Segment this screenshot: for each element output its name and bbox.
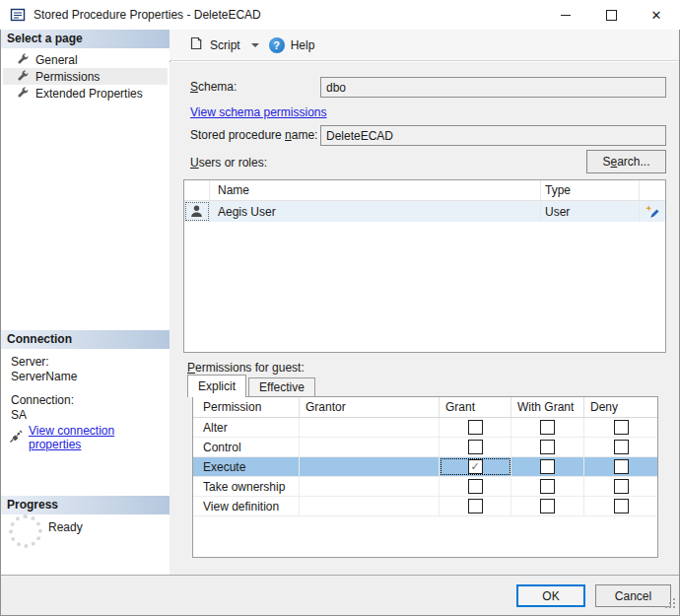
sidebar-item-permissions[interactable]: Permissions bbox=[3, 68, 168, 85]
permissions-tabs: Explicit Effective bbox=[187, 376, 317, 397]
progress-header: Progress bbox=[1, 496, 170, 514]
stored-procedure-name-label: Stored procedure name: bbox=[190, 128, 317, 142]
ok-button[interactable]: OK bbox=[516, 584, 585, 607]
deny-cell bbox=[584, 497, 657, 515]
toolbar: Script ? Help bbox=[170, 30, 679, 61]
maximize-button[interactable] bbox=[588, 1, 634, 30]
sidebar-item-label: Extended Properties bbox=[35, 87, 143, 101]
deny-checkbox[interactable] bbox=[614, 479, 629, 494]
grant-cell bbox=[440, 418, 511, 437]
script-icon bbox=[188, 35, 204, 54]
user-type: User bbox=[541, 201, 640, 222]
resize-grip[interactable] bbox=[664, 597, 676, 612]
user-icon-cell bbox=[184, 201, 210, 222]
users-table-body: Aegis User User bbox=[184, 201, 665, 222]
search-button[interactable]: Search... bbox=[586, 150, 666, 173]
permission-grantor bbox=[300, 438, 440, 456]
grant-cell bbox=[440, 477, 511, 496]
chevron-down-icon bbox=[251, 43, 259, 47]
with-grant-checkbox[interactable] bbox=[540, 499, 555, 513]
main-panel: Schema: View schema permissions Stored p… bbox=[170, 62, 679, 575]
permission-row[interactable]: Take ownership bbox=[193, 477, 657, 497]
window-title: Stored Procedure Properties - DeleteECAD bbox=[34, 8, 261, 22]
schema-input[interactable] bbox=[320, 77, 666, 98]
script-label: Script bbox=[210, 38, 240, 52]
deny-cell bbox=[584, 438, 657, 456]
footer-bar: OK Cancel bbox=[1, 575, 679, 615]
permissions-table: Permission Grantor Grant With Grant Deny… bbox=[192, 396, 658, 558]
minimize-button[interactable] bbox=[543, 1, 588, 30]
deny-checkbox[interactable] bbox=[614, 420, 629, 435]
with-grant-cell bbox=[511, 497, 584, 515]
grant-checkbox[interactable] bbox=[468, 499, 483, 513]
help-button[interactable]: ? Help bbox=[264, 34, 320, 57]
wrench-icon bbox=[17, 69, 30, 85]
permission-name: Alter bbox=[193, 418, 300, 437]
permission-name: Execute bbox=[193, 457, 300, 476]
connection-plug-icon bbox=[9, 429, 24, 446]
help-icon: ? bbox=[269, 37, 285, 53]
with-grant-checkbox[interactable] bbox=[540, 440, 555, 454]
permission-row[interactable]: Control bbox=[193, 438, 657, 457]
sidebar: Select a page General Permissions Extend… bbox=[1, 30, 170, 575]
close-button[interactable]: ✕ bbox=[634, 1, 679, 30]
permission-name: View definition bbox=[193, 497, 300, 515]
users-table-header: Name Type bbox=[184, 180, 665, 201]
script-button[interactable]: Script bbox=[183, 32, 264, 58]
progress-spinner-icon bbox=[9, 514, 42, 548]
users-action-column-header bbox=[640, 180, 665, 200]
permissions-table-header: Permission Grantor Grant With Grant Deny bbox=[193, 397, 657, 418]
server-value: ServerName bbox=[11, 370, 77, 384]
with-grant-checkbox[interactable] bbox=[540, 479, 555, 494]
cancel-button[interactable]: Cancel bbox=[595, 584, 671, 607]
page-list: General Permissions Extended Properties bbox=[3, 51, 168, 102]
user-person-icon bbox=[189, 204, 204, 219]
title-bar: Stored Procedure Properties - DeleteECAD… bbox=[0, 0, 680, 30]
permission-name: Take ownership bbox=[193, 477, 300, 496]
connection-header: Connection bbox=[1, 330, 170, 349]
permissions-for-guest-label: Permissions for guest: bbox=[187, 361, 305, 375]
with-grant-cell bbox=[511, 438, 584, 456]
col-deny: Deny bbox=[584, 397, 657, 417]
view-schema-permissions-link[interactable]: View schema permissions bbox=[190, 105, 327, 119]
sidebar-item-label: General bbox=[35, 53, 78, 67]
grant-checkbox[interactable] bbox=[468, 420, 483, 435]
maximize-icon bbox=[606, 10, 617, 21]
deny-cell bbox=[584, 418, 657, 437]
with-grant-cell bbox=[511, 457, 584, 476]
deny-checkbox[interactable] bbox=[614, 440, 629, 454]
with-grant-checkbox[interactable] bbox=[540, 459, 555, 474]
permission-row[interactable]: Execute ✓ bbox=[193, 457, 657, 477]
permissions-table-body: Alter Control Execute ✓ Take ownership V… bbox=[193, 418, 657, 516]
user-name: Aegis User bbox=[210, 201, 541, 222]
connection-info: Server: ServerName Connection: SA bbox=[11, 355, 77, 423]
server-label: Server: bbox=[11, 355, 77, 370]
users-icon-column-header bbox=[184, 180, 210, 200]
table-row[interactable]: Aegis User User bbox=[184, 201, 665, 222]
deny-cell bbox=[584, 477, 657, 496]
grant-checkbox[interactable] bbox=[468, 479, 483, 494]
grant-cell: ✓ bbox=[440, 457, 511, 476]
permission-row[interactable]: Alter bbox=[193, 418, 657, 438]
col-with-grant: With Grant bbox=[511, 397, 584, 417]
sidebar-item-label: Permissions bbox=[35, 70, 100, 84]
permission-grantor bbox=[300, 457, 440, 476]
edit-user-icon[interactable] bbox=[640, 201, 665, 222]
view-connection-properties-link[interactable]: View connection properties bbox=[29, 424, 170, 451]
permission-row[interactable]: View definition bbox=[193, 497, 657, 516]
connection-label: Connection: bbox=[11, 393, 77, 408]
grant-checkbox[interactable]: ✓ bbox=[468, 459, 483, 474]
deny-checkbox[interactable] bbox=[614, 499, 629, 513]
sidebar-item-general[interactable]: General bbox=[3, 51, 168, 68]
col-permission: Permission bbox=[193, 397, 300, 417]
users-name-column-header: Name bbox=[210, 180, 541, 200]
stored-procedure-name-input[interactable] bbox=[320, 125, 666, 146]
col-grant: Grant bbox=[440, 397, 511, 417]
grant-checkbox[interactable] bbox=[468, 440, 483, 454]
sidebar-item-extended-properties[interactable]: Extended Properties bbox=[3, 85, 168, 102]
dialog-icon bbox=[10, 7, 26, 23]
deny-checkbox[interactable] bbox=[614, 459, 629, 474]
with-grant-checkbox[interactable] bbox=[540, 420, 555, 435]
tab-effective[interactable]: Effective bbox=[248, 377, 315, 397]
tab-explicit[interactable]: Explicit bbox=[187, 375, 246, 397]
